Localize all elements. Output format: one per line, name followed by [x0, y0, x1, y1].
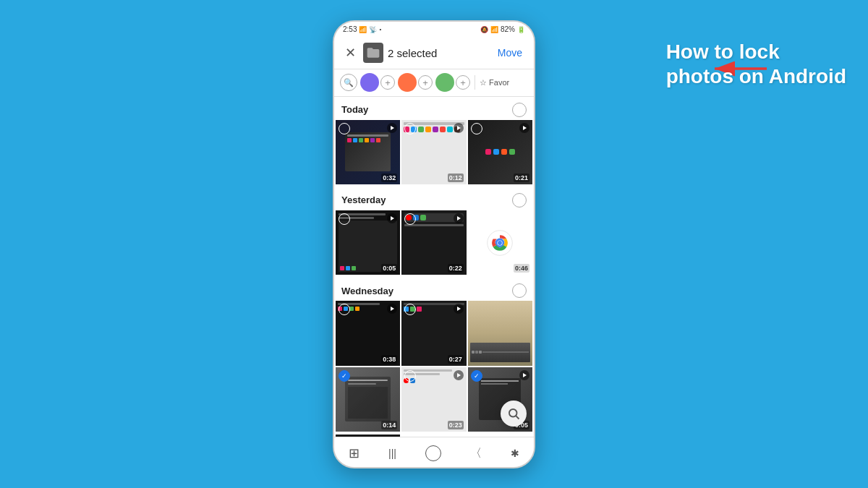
toolbar: ✕ 2 selected Move [334, 38, 534, 69]
nav-home-button[interactable] [425, 445, 441, 461]
add-album-1[interactable]: + [380, 75, 395, 90]
duration-yest-3: 0:46 [514, 264, 529, 273]
play-icon-wed-5 [454, 370, 464, 380]
photo-grid-today: 0:32 [334, 120, 534, 186]
quick-item-2: + [398, 73, 433, 92]
float-search-button[interactable] [501, 401, 527, 427]
favorites-button[interactable]: ☆ Favor [480, 78, 509, 87]
section-yesterday: Yesterday [334, 187, 534, 276]
nav-list-icon[interactable]: ||| [388, 448, 396, 459]
status-extra: 📡 [369, 26, 377, 33]
photo-today-3[interactable]: 0:21 [468, 120, 532, 184]
chrome-logo-svg [487, 230, 513, 256]
duration-wed-4: 0:14 [381, 421, 397, 429]
play-icon-yest-2 [454, 213, 464, 223]
gallery-content[interactable]: Today [334, 97, 534, 437]
close-button[interactable]: ✕ [341, 45, 359, 61]
nav-recent-icon[interactable]: ✱ [511, 448, 519, 459]
date-label-yesterday: Yesterday [341, 194, 386, 205]
status-wifi: 📶 [490, 26, 498, 33]
svg-line-6 [516, 416, 519, 419]
add-album-2[interactable]: + [418, 75, 433, 90]
svg-point-4 [498, 241, 502, 245]
status-dot: • [379, 26, 381, 33]
photo-yest-1[interactable]: 0:05 [336, 210, 400, 275]
photo-today-2[interactable]: 0:12 [401, 120, 466, 184]
album-thumb-1[interactable] [360, 73, 379, 92]
selected-count: 2 selected [388, 47, 489, 59]
quick-item-1: + [360, 73, 395, 92]
select-wed-5[interactable] [404, 370, 416, 382]
photo-wed-1[interactable]: 0:38 [336, 301, 400, 365]
duration-yest-2: 0:22 [448, 264, 464, 273]
text-annotation: How to lock photos on Android [666, 40, 846, 88]
folder-svg [366, 46, 380, 60]
photo-grid-yesterday: 0:05 0:22 [334, 210, 534, 276]
annotation-line2: photos on Android [666, 65, 846, 87]
add-album-3[interactable]: + [456, 75, 470, 90]
status-bar: 2:53 📶 📡 • 🔕 📶 82% 🔋 [334, 22, 534, 38]
date-label-wednesday: Wednesday [341, 286, 393, 296]
annotation-line1: How to lock [666, 40, 780, 63]
select-today-3[interactable] [471, 123, 482, 134]
favorites-label: ☆ Favor [480, 78, 509, 87]
date-header-yesterday: Yesterday [334, 187, 534, 210]
play-icon-wed-6 [519, 370, 529, 380]
status-battery-icon: 🔋 [517, 26, 525, 33]
select-yest-3[interactable] [471, 213, 482, 225]
duration-wed-1: 0:38 [381, 355, 397, 364]
status-signal: 📶 [359, 26, 367, 33]
select-wed-4[interactable] [339, 370, 350, 382]
nav-grid-icon[interactable]: ⊞ [349, 445, 359, 461]
date-select-yesterday[interactable] [512, 193, 527, 207]
duration-wed-2: 0:27 [448, 355, 464, 364]
photo-wed-4[interactable]: 0:14 [336, 367, 400, 432]
photo-yest-2[interactable]: 0:22 [401, 210, 466, 275]
photo-today-1[interactable]: 0:32 [336, 120, 400, 184]
photo-wed-3[interactable] [468, 301, 532, 365]
photo-yest-3[interactable]: 0:46 [468, 210, 532, 275]
folder-icon [363, 43, 383, 63]
float-search-icon [507, 407, 520, 420]
play-icon-today-2 [454, 123, 464, 133]
status-left: 2:53 📶 📡 • [343, 25, 381, 33]
status-time: 2:53 [343, 25, 357, 33]
status-mute: 🔕 [480, 26, 488, 33]
move-button[interactable]: Move [493, 44, 527, 61]
play-icon-today-3 [519, 123, 529, 133]
quick-bar: 🔍 + + + ☆ Favor [334, 69, 534, 97]
play-icon-wed-2 [454, 304, 464, 314]
quick-item-3: + [435, 73, 470, 92]
photo-wed-5[interactable]: 0:23 [401, 367, 466, 432]
photo-wed-2[interactable]: 0:27 [401, 301, 466, 365]
duration-wed-5: 0:23 [448, 421, 464, 429]
svg-point-5 [509, 409, 517, 417]
phone-mockup: 2:53 📶 📡 • 🔕 📶 82% 🔋 ✕ 2 selected Move [333, 20, 535, 468]
play-icon-today-1 [387, 123, 397, 133]
date-header-wednesday: Wednesday [334, 278, 534, 301]
album-thumb-3[interactable] [435, 73, 454, 92]
date-select-today[interactable] [512, 103, 527, 117]
album-thumb-2[interactable] [398, 73, 417, 92]
select-today-2[interactable] [404, 123, 416, 134]
photo-extra-1[interactable]: 0:06 [336, 435, 400, 437]
page-container: 2:53 📶 📡 • 🔕 📶 82% 🔋 ✕ 2 selected Move [0, 0, 868, 488]
nav-back-icon[interactable]: 〈 [470, 446, 482, 461]
nav-bar: ⊞ ||| 〈 ✱ [334, 437, 534, 468]
duration-yest-1: 0:05 [381, 264, 397, 273]
select-today-1[interactable] [339, 123, 350, 134]
divider [475, 75, 475, 90]
duration-today-3: 0:21 [514, 174, 529, 182]
duration-today-1: 0:32 [381, 174, 397, 182]
duration-today-2: 0:12 [448, 174, 464, 182]
date-select-wednesday[interactable] [512, 283, 527, 298]
select-wed-6[interactable] [471, 370, 482, 382]
section-today: Today [334, 97, 534, 186]
search-icon[interactable]: 🔍 [340, 74, 357, 91]
select-yest-1[interactable] [339, 213, 350, 225]
date-label-today: Today [341, 104, 368, 115]
date-header-today: Today [334, 97, 534, 120]
status-battery-pct: 82% [501, 25, 515, 33]
status-right: 🔕 📶 82% 🔋 [480, 25, 525, 33]
